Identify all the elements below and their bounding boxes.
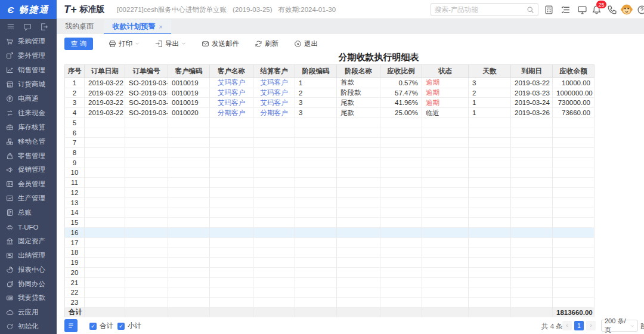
column-header[interactable]: 阶段编码 bbox=[295, 65, 337, 78]
sidebar-item-mall[interactable]: 订货商城 bbox=[0, 78, 57, 92]
table-row-empty[interactable]: 15 bbox=[65, 218, 595, 228]
sidebar-item-ecommerce[interactable]: 电商通 bbox=[0, 92, 57, 106]
sidebar-item-retail-bag[interactable]: 零售管理 bbox=[0, 149, 57, 163]
sidebar-item-outsource[interactable]: 委外管理 bbox=[0, 49, 57, 63]
sidebar-item-cart[interactable]: 采购管理 bbox=[0, 35, 57, 49]
table-row-empty[interactable]: 14 bbox=[65, 208, 595, 218]
sidebar-item-promo-horn[interactable]: 促销管理 bbox=[0, 163, 57, 177]
column-header[interactable]: 结算客户 bbox=[253, 65, 295, 78]
tab-collection-plan-warning[interactable]: 收款计划预警 × bbox=[104, 20, 171, 35]
sidebar-item-sales-chart[interactable]: 销售管理 bbox=[0, 63, 57, 78]
page-size-select[interactable]: 200 条/页 bbox=[601, 320, 638, 332]
table-row-empty[interactable]: 5 bbox=[65, 117, 595, 128]
table-row-empty[interactable]: 22 bbox=[65, 287, 595, 298]
column-header[interactable]: 阶段名称 bbox=[337, 65, 380, 78]
customer-name-link[interactable]: 艾玛客户 bbox=[210, 78, 253, 88]
column-header[interactable]: 序号 bbox=[65, 65, 85, 78]
settle-customer-link[interactable]: 分期客户 bbox=[253, 108, 295, 118]
total-checkbox[interactable]: ✓ 合计 bbox=[89, 321, 113, 330]
column-header[interactable]: 应收比例 bbox=[380, 65, 422, 78]
settle-customer-link[interactable]: 艾玛客户 bbox=[253, 98, 295, 108]
table-row-empty[interactable]: 7 bbox=[65, 138, 595, 148]
table-row[interactable]: 22019-03-22SO-2019-03-00090010019艾玛客户艾玛客… bbox=[65, 88, 595, 98]
sidebar-item-production[interactable]: 生产管理 bbox=[0, 191, 57, 206]
cart-icon bbox=[6, 38, 14, 45]
table-row-empty[interactable]: 17 bbox=[65, 237, 595, 248]
column-header[interactable]: 天数 bbox=[469, 65, 511, 78]
checkbox-checked-icon[interactable]: ✓ bbox=[117, 323, 125, 330]
table-row-empty[interactable]: 8 bbox=[65, 148, 595, 158]
monitor-icon[interactable] bbox=[577, 5, 587, 15]
column-header[interactable]: 订单日期 bbox=[85, 65, 125, 78]
settle-customer-link[interactable]: 艾玛客户 bbox=[253, 78, 295, 88]
table-row-empty[interactable]: 9 bbox=[65, 157, 595, 168]
column-header[interactable]: 客户编码 bbox=[168, 65, 210, 78]
product-search-box[interactable] bbox=[431, 3, 538, 16]
table-row-empty[interactable]: 16 bbox=[65, 228, 595, 238]
column-header[interactable]: 到期日 bbox=[511, 65, 553, 78]
sidebar-item-warehouse[interactable]: 移动仓管 bbox=[0, 134, 57, 149]
customer-name-link[interactable]: 分期客户 bbox=[210, 108, 253, 118]
customer-name-link[interactable]: 艾玛客户 bbox=[210, 98, 253, 108]
logout-door-icon[interactable] bbox=[40, 23, 48, 31]
table-row-empty[interactable]: 23 bbox=[65, 298, 595, 308]
table-row-empty[interactable]: 12 bbox=[65, 188, 595, 198]
settle-customer-link[interactable]: 艾玛客户 bbox=[253, 88, 295, 98]
search-input[interactable] bbox=[435, 6, 527, 13]
sidebar-menu: 采购管理委外管理销售管理订货商城电商通往来现金库存核算移动仓管零售管理促销管理会… bbox=[0, 35, 57, 334]
sidebar-item-inventory[interactable]: 库存核算 bbox=[0, 120, 57, 134]
sidebar-item-collab-globe[interactable]: 协同办公 bbox=[0, 277, 57, 291]
table-row[interactable]: 42019-03-22SO-2019-03-00160010020分期客户分期客… bbox=[65, 108, 595, 118]
tab-close-icon[interactable]: × bbox=[159, 23, 162, 30]
table-row-empty[interactable]: 21 bbox=[65, 277, 595, 287]
sidebar-item-cash-flow[interactable]: 往来现金 bbox=[0, 106, 57, 120]
table-row-empty[interactable]: 20 bbox=[65, 267, 595, 277]
retail-bag-icon bbox=[6, 152, 14, 160]
exit-button[interactable]: 退出 bbox=[294, 39, 318, 48]
table-row[interactable]: 12019-03-22SO-2019-03-00090010019艾玛客户艾玛客… bbox=[65, 78, 595, 88]
table-row-empty[interactable]: 13 bbox=[65, 197, 595, 208]
calculator-icon[interactable] bbox=[544, 5, 554, 15]
sidebar-nav: 采购管理委外管理销售管理订货商城电商通往来现金库存核算移动仓管零售管理促销管理会… bbox=[0, 19, 57, 334]
sidebar-item-report-pie[interactable]: 报表中心 bbox=[0, 262, 57, 277]
phone-icon[interactable] bbox=[607, 5, 617, 15]
current-page-button[interactable]: 1 bbox=[574, 321, 584, 330]
customer-name-link[interactable]: 艾玛客户 bbox=[210, 88, 253, 98]
table-row[interactable]: 32019-03-22SO-2019-03-00090010019艾玛客户艾玛客… bbox=[65, 98, 595, 108]
column-settings-button[interactable] bbox=[64, 319, 78, 332]
tab-my-desktop[interactable]: 我的桌面 bbox=[57, 19, 102, 34]
sidebar-item-init-arrow[interactable]: 初始化 bbox=[0, 320, 57, 334]
column-header[interactable]: 订单编号 bbox=[125, 65, 168, 78]
sidebar-item-bank[interactable]: 固定资产 bbox=[0, 234, 57, 248]
print-button[interactable]: 打印 bbox=[109, 39, 140, 48]
query-button[interactable]: 查询 bbox=[64, 38, 93, 50]
sidebar-item-cashier[interactable]: 出纳管理 bbox=[0, 248, 57, 262]
column-header[interactable]: 状态 bbox=[422, 65, 469, 78]
next-page-button[interactable]: › bbox=[586, 321, 596, 330]
export-button[interactable]: 导出 bbox=[155, 39, 186, 48]
checkbox-checked-icon[interactable]: ✓ bbox=[89, 323, 97, 330]
sidebar-item-loan-money[interactable]: 我要贷款 bbox=[0, 291, 57, 305]
menu-icon[interactable] bbox=[7, 23, 15, 31]
table-row-empty[interactable]: 18 bbox=[65, 248, 595, 258]
service-monkey-icon[interactable] bbox=[620, 3, 633, 16]
table-row-empty[interactable]: 11 bbox=[65, 178, 595, 188]
prev-page-button[interactable]: ‹ bbox=[562, 321, 572, 330]
message-icon[interactable] bbox=[23, 23, 32, 31]
table-row-empty[interactable]: 19 bbox=[65, 258, 595, 268]
column-header[interactable]: 应收余额 bbox=[553, 65, 595, 78]
sidebar-item-ufo[interactable]: T-UFO bbox=[0, 220, 57, 234]
sidebar-item-ledger-book[interactable]: 总账 bbox=[0, 206, 57, 220]
warehouse-icon bbox=[6, 138, 14, 146]
member-card-icon bbox=[6, 180, 14, 188]
help-icon[interactable] bbox=[637, 5, 644, 15]
table-row-empty[interactable]: 10 bbox=[65, 168, 595, 178]
send-mail-button[interactable]: 发送邮件 bbox=[202, 39, 239, 48]
sidebar-item-cloud[interactable]: 云应用 bbox=[0, 305, 57, 320]
subtotal-checkbox[interactable]: ✓ 小计 bbox=[117, 321, 141, 330]
table-row-empty[interactable]: 6 bbox=[65, 128, 595, 138]
task-list-icon[interactable] bbox=[561, 5, 571, 15]
sidebar-item-member-card[interactable]: 会员管理 bbox=[0, 177, 57, 191]
refresh-button[interactable]: 刷新 bbox=[255, 39, 278, 48]
column-header[interactable]: 客户名称 bbox=[210, 65, 253, 78]
